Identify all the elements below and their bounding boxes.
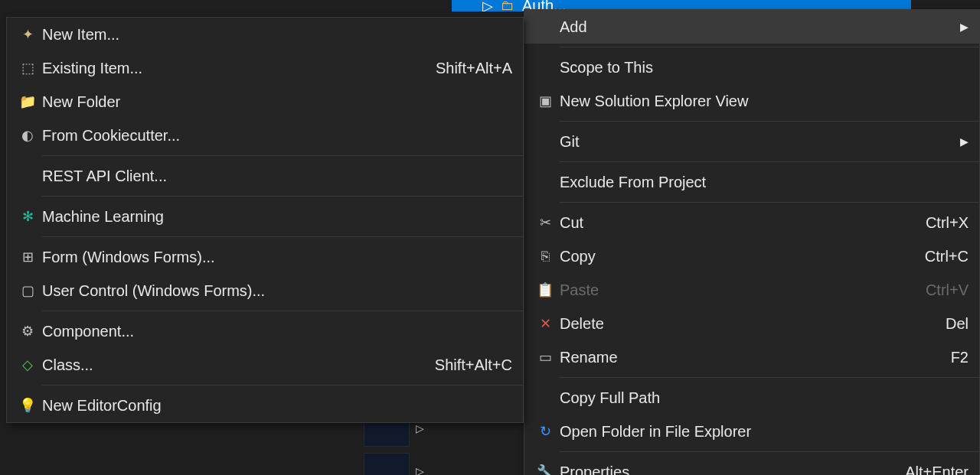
menu-item-label: Class... [42, 356, 420, 374]
cut-icon: ✂ [540, 214, 551, 231]
delete-icon: ✕ [540, 315, 551, 332]
menu-item-label: Copy [560, 248, 910, 265]
folder-icon: 🗀 [501, 0, 514, 11]
menu-item-label: Scope to This [560, 59, 969, 76]
menu-item-label: Exclude From Project [560, 174, 969, 191]
menu-item-add[interactable]: Add▶ [524, 10, 979, 44]
menu-item-machine-learning[interactable]: ✻Machine Learning [7, 200, 523, 233]
menu-item-shortcut: F2 [936, 349, 969, 366]
menu-item-cut[interactable]: ✂CutCtrl+X [524, 206, 979, 239]
menu-item-shortcut: Shift+Alt+C [420, 356, 512, 374]
cookiecutter-icon: ◐ [21, 127, 34, 144]
user-control-icon: ▢ [21, 282, 34, 299]
menu-item-label: Delete [560, 315, 930, 333]
menu-item-open-folder-in-file-explorer[interactable]: ↻Open Folder in File Explorer [524, 415, 979, 448]
menu-item-label: New Solution Explorer View [560, 93, 969, 110]
menu-item-copy[interactable]: ⎘CopyCtrl+C [524, 239, 979, 273]
menu-item-paste: 📋PasteCtrl+V [524, 273, 979, 307]
menu-separator [560, 451, 979, 452]
menu-separator [560, 121, 979, 122]
menu-item-shortcut: Ctrl+V [910, 281, 969, 299]
menu-item-component[interactable]: ⚙Component... [7, 314, 523, 348]
play-icon: ▷ [482, 0, 493, 11]
menu-item-form-windows-forms[interactable]: ⊞Form (Windows Forms)... [7, 240, 523, 274]
menu-item-rest-api-client[interactable]: REST API Client... [7, 159, 523, 193]
menu-separator [42, 155, 523, 156]
menu-separator [42, 236, 523, 237]
menu-item-new-editorconfig[interactable]: 💡New EditorConfig [7, 389, 523, 422]
add-submenu: ✦New Item...⬚Existing Item...Shift+Alt+A… [6, 17, 524, 423]
class-icon: ◇ [22, 356, 33, 373]
menu-item-label: New Item... [42, 26, 512, 44]
menu-item-label: Properties [560, 464, 890, 476]
menu-item-new-item[interactable]: ✦New Item... [7, 18, 523, 51]
menu-item-label: Existing Item... [42, 60, 420, 77]
menu-item-label: New EditorConfig [42, 397, 512, 415]
menu-item-delete[interactable]: ✕DeleteDel [524, 307, 979, 340]
context-menu: Add▶Scope to This▣New Solution Explorer … [524, 9, 980, 475]
menu-item-from-cookiecutter[interactable]: ◐From Cookiecutter... [7, 119, 523, 152]
menu-item-label: REST API Client... [42, 168, 512, 185]
editorconfig-icon: 💡 [19, 397, 36, 414]
menu-item-class[interactable]: ◇Class...Shift+Alt+C [7, 348, 523, 382]
menu-item-exclude-from-project[interactable]: Exclude From Project [524, 165, 979, 199]
menu-item-label: Form (Windows Forms)... [42, 249, 512, 266]
form-icon: ⊞ [22, 249, 34, 265]
document-thumbnail [364, 453, 410, 475]
menu-item-new-folder[interactable]: 📁New Folder [7, 85, 523, 119]
menu-item-label: Add [560, 18, 958, 36]
menu-item-label: Paste [560, 281, 910, 299]
menu-item-rename[interactable]: ▭RenameF2 [524, 340, 979, 374]
menu-item-git[interactable]: Git▶ [524, 125, 979, 158]
menu-item-shortcut: Ctrl+X [910, 214, 969, 232]
menu-item-existing-item[interactable]: ⬚Existing Item...Shift+Alt+A [7, 51, 523, 85]
menu-item-label: New Folder [42, 93, 512, 111]
properties-icon: 🔧 [537, 464, 554, 475]
menu-separator [560, 47, 979, 47]
menu-item-label: From Cookiecutter... [42, 127, 512, 145]
open-folder-icon: ↻ [540, 423, 551, 440]
menu-item-shortcut: Shift+Alt+A [420, 60, 512, 77]
ml-icon: ✻ [22, 208, 34, 225]
new-folder-icon: 📁 [19, 93, 36, 110]
menu-item-label: Open Folder in File Explorer [560, 423, 969, 441]
menu-item-shortcut: Ctrl+C [910, 248, 969, 265]
menu-separator [560, 377, 979, 378]
menu-item-user-control-windows-forms[interactable]: ▢User Control (Windows Forms)... [7, 274, 523, 307]
play-arrow-icon: ▷ [416, 465, 424, 475]
rename-icon: ▭ [539, 349, 552, 366]
explorer-view-icon: ▣ [539, 93, 552, 109]
copy-icon: ⎘ [541, 249, 550, 265]
submenu-arrow-icon: ▶ [958, 135, 969, 148]
menu-item-label: Machine Learning [42, 208, 512, 226]
component-icon: ⚙ [21, 323, 34, 340]
menu-item-properties[interactable]: 🔧PropertiesAlt+Enter [524, 455, 979, 475]
new-item-icon: ✦ [22, 26, 34, 43]
play-arrow-icon: ▷ [416, 422, 424, 434]
menu-item-label: User Control (Windows Forms)... [42, 282, 512, 300]
menu-item-label: Copy Full Path [560, 389, 969, 407]
menu-separator [560, 161, 979, 162]
menu-separator [42, 196, 523, 197]
menu-item-label: Git [560, 133, 958, 151]
menu-item-new-solution-explorer-view[interactable]: ▣New Solution Explorer View [524, 84, 979, 118]
menu-separator [42, 385, 523, 386]
menu-separator [560, 202, 979, 203]
menu-item-shortcut: Del [930, 315, 969, 333]
menu-item-copy-full-path[interactable]: Copy Full Path [524, 381, 979, 415]
menu-item-label: Component... [42, 323, 512, 340]
menu-item-label: Rename [560, 349, 936, 366]
existing-item-icon: ⬚ [21, 60, 34, 76]
menu-item-scope-to-this[interactable]: Scope to This [524, 50, 979, 84]
menu-separator [42, 311, 523, 311]
submenu-arrow-icon: ▶ [958, 21, 969, 33]
menu-item-shortcut: Alt+Enter [890, 464, 969, 476]
paste-icon: 📋 [537, 281, 554, 298]
menu-item-label: Cut [560, 214, 910, 232]
